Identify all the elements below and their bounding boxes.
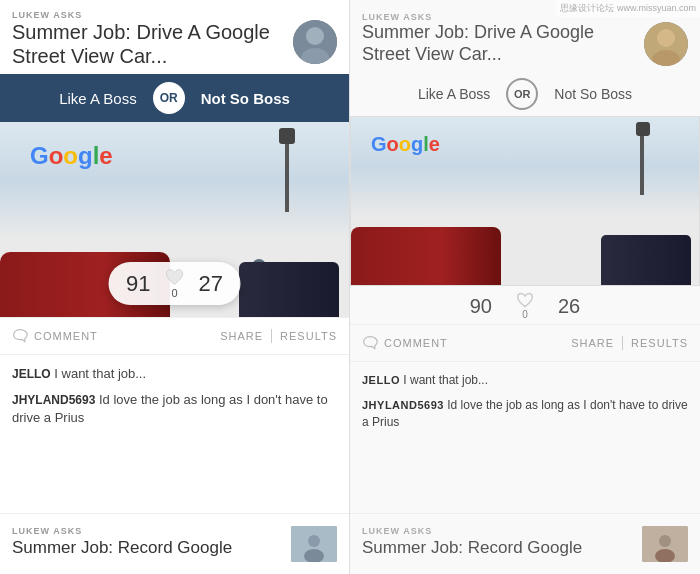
car-dark-right bbox=[601, 235, 691, 285]
next-card-inner-right: LUKEW ASKS Summer Job: Record Google bbox=[362, 526, 688, 562]
divider-right bbox=[622, 336, 623, 350]
avatar-left bbox=[293, 20, 337, 64]
comment-user-2-right: JHYLAND5693 bbox=[362, 399, 444, 411]
comment-button-right[interactable]: COMMENT bbox=[362, 335, 448, 351]
svg-point-1 bbox=[306, 27, 324, 45]
car-red-right bbox=[351, 227, 501, 285]
comment-label-left: COMMENT bbox=[34, 330, 98, 342]
comment-icon-left bbox=[12, 328, 28, 344]
comments-section-right: JELLO I want that job... JHYLAND5693 Id … bbox=[350, 362, 700, 513]
comment-text-1-left: I want that job... bbox=[54, 366, 146, 381]
next-asks-label-right: LUKEW ASKS bbox=[362, 526, 634, 536]
actions-right-right: SHARE RESULTS bbox=[571, 336, 688, 350]
vote-not-so-boss-left[interactable]: Not So Boss bbox=[185, 86, 306, 111]
or-badge-right: OR bbox=[506, 78, 538, 110]
score-left-num: 91 bbox=[126, 271, 150, 297]
heart-icon-right bbox=[516, 292, 534, 308]
vote-like-a-boss-right[interactable]: Like A Boss bbox=[402, 82, 506, 106]
card-title-right: Summer Job: Drive A Google Street View C… bbox=[362, 22, 636, 65]
score-right-right: 26 bbox=[558, 295, 580, 318]
score-overlay-left: 91 0 27 bbox=[108, 262, 241, 305]
next-title-left: Summer Job: Record Google bbox=[12, 538, 283, 558]
comment-label-right: COMMENT bbox=[384, 337, 448, 349]
title-row-right: Summer Job: Drive A Google Street View C… bbox=[362, 22, 688, 66]
heart-count-right: 0 bbox=[522, 309, 528, 320]
avatar-right bbox=[644, 22, 688, 66]
camera-pole-left bbox=[285, 132, 289, 212]
next-card-left[interactable]: LUKEW ASKS Summer Job: Record Google bbox=[0, 513, 349, 574]
card-image-right: Google bbox=[350, 116, 700, 286]
actions-bar-right: COMMENT SHARE RESULTS bbox=[350, 324, 700, 362]
share-button-left[interactable]: SHARE bbox=[220, 330, 263, 342]
vote-bar-left: Like A Boss OR Not So Boss bbox=[0, 74, 349, 122]
svg-point-7 bbox=[657, 29, 675, 47]
scene-right: Google bbox=[351, 117, 699, 285]
next-asks-label-left: LUKEW ASKS bbox=[12, 526, 283, 536]
next-card-right[interactable]: LUKEW ASKS Summer Job: Record Google bbox=[350, 513, 700, 574]
card-image-left: Google 91 0 bbox=[0, 122, 349, 317]
heart-right: 0 bbox=[516, 292, 534, 320]
comment-item-1-left: Jello I want that job... bbox=[12, 365, 337, 383]
right-panel: 思缘设计论坛 www.missyuan.com LUKEW ASKS Summe… bbox=[350, 0, 700, 574]
comment-user-1-right: JELLO bbox=[362, 374, 400, 386]
share-button-right[interactable]: SHARE bbox=[571, 337, 614, 349]
comment-button-left[interactable]: COMMENT bbox=[12, 328, 98, 344]
next-card-inner-left: LUKEW ASKS Summer Job: Record Google bbox=[12, 526, 337, 562]
camera-head-left bbox=[279, 128, 295, 144]
camera-head-right bbox=[636, 122, 650, 136]
comments-section-left: Jello I want that job... jhyland5693 Id … bbox=[0, 355, 349, 513]
vote-bar-right: Like A Boss OR Not So Boss bbox=[350, 72, 700, 116]
svg-point-4 bbox=[308, 535, 320, 547]
next-thumb-right bbox=[642, 526, 688, 562]
comment-item-2-right: JHYLAND5693 Id love the job as long as I… bbox=[362, 397, 688, 431]
results-button-left[interactable]: RESULTS bbox=[280, 330, 337, 342]
watermark: 思缘设计论坛 www.missyuan.com bbox=[556, 0, 700, 17]
comment-text-1-right: I want that job... bbox=[403, 373, 488, 387]
next-title-right: Summer Job: Record Google bbox=[362, 538, 634, 558]
asks-label-left: LUKEW ASKS bbox=[12, 10, 337, 20]
google-logo-left: Google bbox=[30, 142, 113, 170]
score-pill-left: 91 0 27 bbox=[108, 262, 241, 305]
next-thumb-left bbox=[291, 526, 337, 562]
vote-not-so-boss-right[interactable]: Not So Boss bbox=[538, 82, 648, 106]
car-dark-left bbox=[239, 262, 339, 317]
or-badge-left: OR bbox=[153, 82, 185, 114]
heart-left: 0 bbox=[165, 268, 185, 299]
google-logo-right: Google bbox=[371, 133, 440, 156]
comment-user-1-left: Jello bbox=[12, 367, 51, 381]
actions-bar-left: COMMENT SHARE RESULTS bbox=[0, 317, 349, 355]
score-right-num: 27 bbox=[199, 271, 223, 297]
results-button-right[interactable]: RESULTS bbox=[631, 337, 688, 349]
left-panel: LUKEW ASKS Summer Job: Drive A Google St… bbox=[0, 0, 350, 574]
card-title-left: Summer Job: Drive A Google Street View C… bbox=[12, 20, 285, 68]
card-header-left: LUKEW ASKS Summer Job: Drive A Google St… bbox=[0, 0, 349, 74]
actions-right-left: SHARE RESULTS bbox=[220, 329, 337, 343]
divider-left bbox=[271, 329, 272, 343]
heart-count-left: 0 bbox=[171, 287, 177, 299]
comment-item-2-left: jhyland5693 Id love the job as long as I… bbox=[12, 391, 337, 427]
comment-icon-right bbox=[362, 335, 378, 351]
title-row-left: Summer Job: Drive A Google Street View C… bbox=[12, 20, 337, 68]
comment-item-1-right: JELLO I want that job... bbox=[362, 372, 688, 389]
svg-point-10 bbox=[659, 535, 671, 547]
vote-like-a-boss-left[interactable]: Like A Boss bbox=[43, 86, 153, 111]
score-left-right: 90 bbox=[470, 295, 492, 318]
comment-user-2-left: jhyland5693 bbox=[12, 393, 95, 407]
score-row-right: 90 0 26 bbox=[350, 286, 700, 324]
